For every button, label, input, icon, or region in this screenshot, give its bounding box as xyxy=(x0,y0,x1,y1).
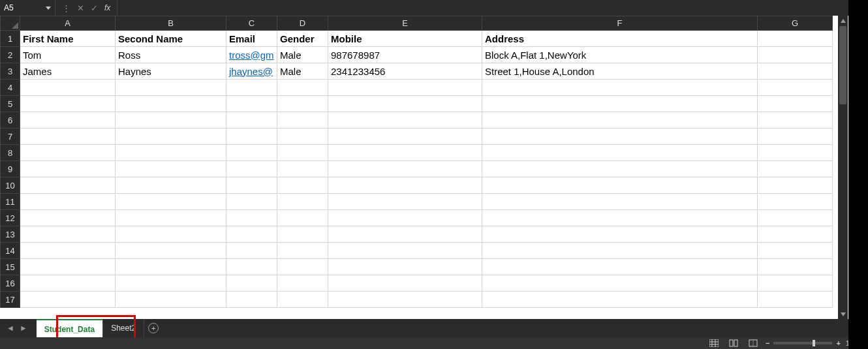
row-header-17[interactable]: 17 xyxy=(1,292,20,308)
col-header-C[interactable]: C xyxy=(226,16,277,31)
cancel-icon[interactable]: ✕ xyxy=(77,4,84,12)
cell[interactable]: Second Name xyxy=(116,31,226,47)
cell[interactable] xyxy=(277,259,328,275)
cell[interactable] xyxy=(482,177,758,194)
cell[interactable] xyxy=(116,292,226,308)
cell[interactable] xyxy=(116,177,226,194)
cell[interactable] xyxy=(116,226,226,243)
view-page-layout-button[interactable] xyxy=(726,339,741,348)
cell[interactable]: Mobile xyxy=(328,31,482,47)
cell[interactable] xyxy=(328,292,482,308)
cell[interactable] xyxy=(226,112,277,129)
cell[interactable] xyxy=(226,194,277,210)
row-header-11[interactable]: 11 xyxy=(1,194,20,210)
cell[interactable] xyxy=(482,161,758,177)
cell[interactable] xyxy=(20,112,116,129)
cell[interactable] xyxy=(20,194,116,210)
cell[interactable] xyxy=(758,210,833,226)
cell[interactable] xyxy=(277,194,328,210)
zoom-track[interactable] xyxy=(773,342,832,344)
cell[interactable]: 2341233456 xyxy=(328,63,482,80)
cell[interactable] xyxy=(226,96,277,112)
row-header-5[interactable]: 5 xyxy=(1,96,20,112)
cell[interactable] xyxy=(116,275,226,292)
cell[interactable] xyxy=(277,177,328,194)
cell[interactable] xyxy=(277,145,328,161)
cell[interactable] xyxy=(116,194,226,210)
enter-icon[interactable]: ✓ xyxy=(91,4,98,12)
sheet-tab[interactable]: Sheet2 xyxy=(103,319,144,337)
cell[interactable] xyxy=(20,259,116,275)
cell[interactable] xyxy=(482,96,758,112)
cell[interactable] xyxy=(116,259,226,275)
cell[interactable] xyxy=(758,47,833,63)
cell[interactable] xyxy=(482,275,758,292)
cell[interactable] xyxy=(226,80,277,96)
cell[interactable]: James xyxy=(20,63,116,80)
cell[interactable] xyxy=(328,275,482,292)
cell[interactable] xyxy=(226,210,277,226)
cell[interactable]: Tom xyxy=(20,47,116,63)
cell[interactable] xyxy=(277,292,328,308)
cell[interactable] xyxy=(20,145,116,161)
cell[interactable] xyxy=(277,243,328,259)
grid[interactable]: A B C D E F G 1First NameSecond NameEmai… xyxy=(0,16,868,319)
fx-icon[interactable]: fx xyxy=(104,3,110,12)
cell[interactable] xyxy=(328,177,482,194)
select-all-corner[interactable] xyxy=(1,16,20,31)
cell[interactable] xyxy=(116,145,226,161)
cell[interactable] xyxy=(277,96,328,112)
cell[interactable] xyxy=(20,292,116,308)
cell[interactable] xyxy=(482,259,758,275)
cell[interactable] xyxy=(328,145,482,161)
row-header-6[interactable]: 6 xyxy=(1,112,20,129)
cell[interactable] xyxy=(277,129,328,145)
cell[interactable] xyxy=(277,161,328,177)
cell[interactable] xyxy=(758,292,833,308)
cell[interactable] xyxy=(20,129,116,145)
row-header-12[interactable]: 12 xyxy=(1,210,20,226)
cell[interactable] xyxy=(116,129,226,145)
cell[interactable]: Block A,Flat 1,NewYork xyxy=(482,47,758,63)
cell[interactable] xyxy=(116,112,226,129)
cell[interactable] xyxy=(226,129,277,145)
cell[interactable]: Male xyxy=(277,47,328,63)
cell[interactable] xyxy=(226,275,277,292)
cell[interactable] xyxy=(20,226,116,243)
cell[interactable] xyxy=(20,96,116,112)
cell[interactable] xyxy=(226,226,277,243)
col-header-B[interactable]: B xyxy=(116,16,226,31)
cell[interactable] xyxy=(277,112,328,129)
cell[interactable] xyxy=(758,96,833,112)
scroll-down-button[interactable] xyxy=(838,309,848,319)
cell[interactable] xyxy=(328,226,482,243)
col-header-G[interactable]: G xyxy=(758,16,833,31)
cell[interactable] xyxy=(328,259,482,275)
cell[interactable]: Street 1,House A,London xyxy=(482,63,758,80)
cell[interactable] xyxy=(328,96,482,112)
cell[interactable] xyxy=(20,243,116,259)
row-header-9[interactable]: 9 xyxy=(1,161,20,177)
cell[interactable] xyxy=(758,177,833,194)
cell[interactable] xyxy=(482,129,758,145)
cell[interactable] xyxy=(20,275,116,292)
row-header-2[interactable]: 2 xyxy=(1,47,20,63)
cell[interactable] xyxy=(20,80,116,96)
cell[interactable] xyxy=(758,31,833,47)
cell[interactable] xyxy=(328,112,482,129)
row-header-1[interactable]: 1 xyxy=(1,31,20,47)
col-header-E[interactable]: E xyxy=(328,16,482,31)
cell[interactable] xyxy=(328,243,482,259)
cell[interactable] xyxy=(758,275,833,292)
sheet-tab[interactable]: Student_Data xyxy=(37,319,103,339)
zoom-slider[interactable]: − + xyxy=(766,339,841,347)
cell[interactable] xyxy=(20,210,116,226)
cell[interactable] xyxy=(482,80,758,96)
cell[interactable] xyxy=(758,243,833,259)
cell[interactable]: Ross xyxy=(116,47,226,63)
scroll-up-button[interactable] xyxy=(838,16,848,25)
cell[interactable] xyxy=(758,145,833,161)
cell[interactable]: jhaynes@ xyxy=(226,63,277,80)
cell[interactable]: Male xyxy=(277,63,328,80)
cell[interactable] xyxy=(758,226,833,243)
